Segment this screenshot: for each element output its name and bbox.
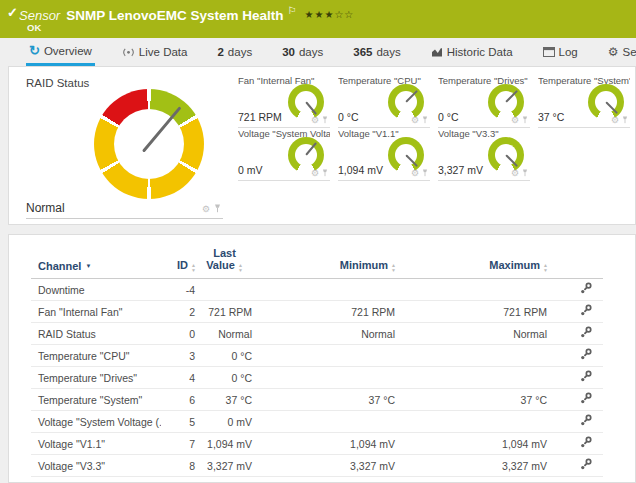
gauge-value: 721 RPM	[238, 111, 282, 123]
channel-id: -4	[161, 279, 196, 301]
channel-settings-icon[interactable]	[580, 436, 593, 449]
gauge-needle	[141, 106, 181, 152]
tab-num: 365	[353, 46, 372, 58]
last-value	[196, 279, 253, 301]
historic-data-icon	[431, 47, 443, 57]
live-data-icon	[122, 47, 135, 58]
column-header-minimum[interactable]: Minimum▲▼	[253, 247, 396, 279]
channel-name: Temperature "Drives"	[31, 367, 161, 389]
pin-icon[interactable]	[522, 116, 528, 124]
tab-live-data[interactable]: Live Data	[119, 38, 191, 66]
gauge-needle	[305, 142, 317, 156]
channels-table: Channel▼ ID▲▼ LastValue▲▼ Minimum▲▼ Maxi…	[31, 247, 603, 477]
gear-icon[interactable]: ⚙	[511, 116, 519, 124]
column-header-maximum[interactable]: Maximum▲▼	[396, 247, 548, 279]
sort-icon: ▲▼	[391, 263, 396, 272]
column-header-last-value[interactable]: LastValue▲▼	[196, 247, 253, 279]
page-title: SNMP LenovoEMC System Health	[66, 8, 283, 23]
table-row: Temperature "System" 6 37 °C 37 °C 37 °C	[31, 389, 603, 411]
minimum-value	[253, 367, 396, 389]
channel-settings-icon[interactable]	[580, 304, 593, 317]
pin-icon[interactable]	[322, 116, 328, 124]
pin-icon[interactable]	[422, 116, 428, 124]
pin-icon[interactable]	[214, 204, 221, 213]
minimum-value: Normal	[253, 323, 396, 345]
gear-icon[interactable]: ⚙	[202, 205, 210, 213]
gauge-needle	[605, 101, 618, 114]
channel-settings-icon[interactable]	[580, 414, 593, 427]
gauge-title: Temperature "CPU"	[338, 75, 430, 86]
channels-panel: Channel▼ ID▲▼ LastValue▲▼ Minimum▲▼ Maxi…	[8, 234, 636, 483]
minimum-value	[253, 411, 396, 433]
column-header-id[interactable]: ID▲▼	[161, 247, 196, 279]
priority-star-rating[interactable]: ★★★☆☆	[304, 9, 354, 20]
gauge-title: Fan "Internal Fan"	[238, 75, 330, 86]
tab-30-days[interactable]: 30 days	[279, 38, 326, 66]
gauge-value: 0 °C	[438, 111, 459, 123]
minimum-value	[253, 279, 396, 301]
tab-log[interactable]: Log	[540, 38, 581, 66]
channel-settings-icon[interactable]	[580, 326, 593, 339]
table-row: Voltage "V3.3" 8 3,327 mV 3,327 mV 3,327…	[31, 455, 603, 477]
column-header-channel[interactable]: Channel▼	[31, 247, 161, 279]
tab-num: 30	[282, 46, 295, 58]
maximum-value	[396, 345, 548, 367]
table-row: RAID Status 0 Normal Normal Normal	[31, 323, 603, 345]
tab-2-days[interactable]: 2 days	[214, 38, 255, 66]
maximum-value: Normal	[396, 323, 548, 345]
pin-icon[interactable]	[622, 116, 628, 124]
channel-name: Fan "Internal Fan"	[31, 301, 161, 323]
pin-icon[interactable]	[422, 169, 428, 177]
gauge-tile-temperature-system: Temperature "System" 37 °C ⚙	[538, 75, 630, 128]
channel-name: RAID Status	[31, 323, 161, 345]
status-ok-icon: ✓	[7, 5, 18, 20]
tab-label: days	[228, 46, 252, 58]
tab-num: 2	[217, 46, 223, 58]
channel-id: 8	[161, 455, 196, 477]
sort-icon: ▲▼	[238, 263, 243, 272]
sensor-header: ✓ SensorSNMP LenovoEMC System Health⚐★★★…	[0, 0, 636, 38]
gear-icon[interactable]: ⚙	[511, 169, 519, 177]
maximum-value: 1,094 mV	[396, 433, 548, 455]
tab-historic-data[interactable]: Historic Data	[428, 38, 516, 66]
gauge-tile-voltage-v3-3: Voltage "V3.3" 3,327 mV ⚙	[438, 128, 530, 181]
gauge-tile-voltage-system: Voltage "System Voltage (12... 0 mV ⚙	[238, 128, 330, 181]
tab-label: Historic Data	[447, 46, 513, 58]
tab-label: Settings	[623, 46, 636, 58]
channel-settings-icon[interactable]	[580, 370, 593, 383]
divider	[26, 218, 223, 219]
tab-label: days	[299, 46, 323, 58]
gauge-value: 0 mV	[238, 164, 263, 176]
channel-name: Voltage "V3.3"	[31, 455, 161, 477]
table-row: Downtime -4	[31, 279, 603, 301]
gauge-title: Voltage "V3.3"	[438, 128, 530, 139]
tab-settings[interactable]: ⚙ Settings	[605, 38, 636, 66]
priority-flag-icon[interactable]: ⚐	[288, 5, 297, 16]
gear-icon[interactable]: ⚙	[411, 169, 419, 177]
channel-id: 4	[161, 367, 196, 389]
channel-settings-icon[interactable]	[580, 282, 593, 295]
sort-desc-icon: ▼	[85, 263, 91, 269]
log-icon	[543, 47, 555, 57]
last-value: 37 °C	[196, 389, 253, 411]
gear-icon[interactable]: ⚙	[311, 169, 319, 177]
gear-icon[interactable]: ⚙	[311, 116, 319, 124]
channel-settings-icon[interactable]	[580, 458, 593, 471]
minimum-value: 3,327 mV	[253, 455, 396, 477]
gear-icon[interactable]: ⚙	[411, 116, 419, 124]
channel-settings-icon[interactable]	[580, 392, 593, 405]
pin-icon[interactable]	[522, 169, 528, 177]
channel-settings-icon[interactable]	[580, 348, 593, 361]
maximum-value: 721 RPM	[396, 301, 548, 323]
channel-name: Voltage "V1.1"	[31, 433, 161, 455]
pin-icon[interactable]	[322, 169, 328, 177]
tab-365-days[interactable]: 365 days	[350, 38, 403, 66]
tab-overview[interactable]: ↻ Overview	[26, 38, 95, 66]
overview-icon: ↻	[29, 46, 40, 56]
tab-label: days	[376, 46, 400, 58]
channel-id: 5	[161, 411, 196, 433]
last-value: 0 °C	[196, 345, 253, 367]
gear-icon[interactable]: ⚙	[611, 116, 619, 124]
gauge-title: Voltage "System Voltage (12...	[238, 128, 330, 139]
gauge-tile-fan-internal-fan: Fan "Internal Fan" 721 RPM ⚙	[238, 75, 330, 128]
